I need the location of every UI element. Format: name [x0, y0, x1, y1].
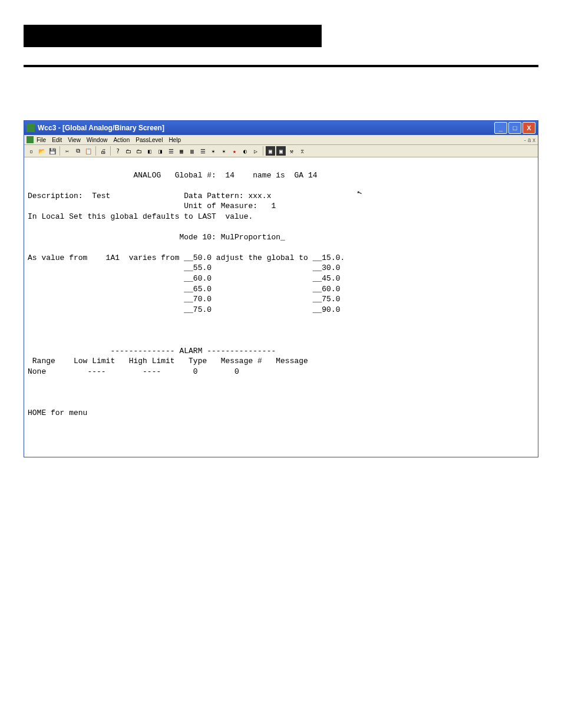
window-control-buttons: _ □ X — [493, 122, 535, 134]
window-titlebar: Wcc3 - [Global Analog/Binary Screen] _ □… — [24, 121, 538, 135]
menu-icon — [27, 136, 34, 143]
menu-view[interactable]: View — [68, 137, 81, 143]
copy-icon[interactable]: ⧉ — [73, 146, 82, 156]
unit-line: Unit of Measure: 1 — [28, 202, 276, 210]
print-icon[interactable]: 🖨 — [98, 146, 108, 156]
header-black-bar — [24, 25, 322, 47]
header-line: ANALOG Global #: 14 name is GA 14 — [28, 171, 317, 180]
star-icon[interactable]: ★ — [230, 146, 239, 156]
alarm-header: -------------- ALARM --------------- — [28, 347, 276, 355]
tool-a-icon[interactable]: ◧ — [145, 146, 154, 156]
alarm-row: None ---- ---- 0 0 — [28, 367, 239, 376]
screen1-icon[interactable]: ▣ — [266, 146, 275, 156]
minimize-button[interactable]: _ — [494, 122, 507, 134]
mdi-controls[interactable]: - a x — [524, 137, 535, 143]
menu-edit[interactable]: Edit — [52, 137, 62, 143]
window-title: Wcc3 - [Global Analog/Binary Screen] — [38, 124, 493, 132]
menu-action[interactable]: Action — [113, 137, 130, 143]
app-icon — [27, 124, 35, 132]
local-set-line: In Local Set this global defaults to LAS… — [28, 212, 253, 221]
tool-j-icon[interactable]: ▷ — [251, 146, 260, 156]
menu-passlevel[interactable]: PassLevel — [135, 137, 163, 143]
folder2-icon[interactable]: 🗀 — [134, 146, 144, 156]
folder-icon[interactable]: 🗀 — [124, 146, 133, 156]
tool-c-icon[interactable]: ☰ — [166, 146, 176, 156]
body-line-3: __60.0 __45.0 — [28, 274, 340, 283]
body-line-5: __70.0 __75.0 — [28, 295, 340, 304]
tool-k-icon[interactable]: ⚒ — [287, 146, 296, 156]
maximize-button[interactable]: □ — [508, 122, 521, 134]
tool-l-icon[interactable]: ⌆ — [297, 146, 307, 156]
cursor-icon: ↖ — [355, 186, 363, 199]
menu-help[interactable]: Help — [168, 137, 181, 143]
tool-f-icon[interactable]: ☰ — [198, 146, 207, 156]
open-icon[interactable]: 📂 — [37, 146, 47, 156]
terminal-content: ANALOG Global #: 14 name is GA 14 Descri… — [24, 157, 538, 457]
tool-h-icon[interactable]: ✶ — [219, 146, 229, 156]
tool-i-icon[interactable]: ◐ — [240, 146, 250, 156]
description-line: Description: Test Data Pattern: xxx.x — [28, 192, 271, 200]
body-line-4: __65.0 __60.0 — [28, 285, 340, 294]
application-window: Wcc3 - [Global Analog/Binary Screen] _ □… — [24, 120, 538, 457]
tool-b-icon[interactable]: ◨ — [156, 146, 165, 156]
screen2-icon[interactable]: ▣ — [276, 146, 286, 156]
help-icon[interactable]: ? — [113, 146, 123, 156]
close-button[interactable]: X — [523, 122, 535, 134]
cut-icon[interactable]: ✂ — [62, 146, 72, 156]
body-line-6: __75.0 __90.0 — [28, 305, 340, 314]
menubar: File Edit View Window Action PassLevel H… — [24, 135, 538, 145]
tool-d-icon[interactable]: ▦ — [177, 146, 186, 156]
new-icon[interactable]: ▫ — [27, 146, 36, 156]
tool-e-icon[interactable]: ▥ — [187, 146, 197, 156]
menu-file[interactable]: File — [37, 137, 46, 143]
tool-g-icon[interactable]: ✶ — [209, 146, 218, 156]
alarm-columns: Range Low Limit High Limit Type Message … — [28, 357, 308, 365]
menu-window[interactable]: Window — [87, 137, 108, 143]
toolbar: ▫ 📂 💾 ✂ ⧉ 📋 🖨 ? 🗀 🗀 ◧ ◨ ☰ ▦ ▥ ☰ ✶ ✶ ★ ◐ … — [24, 145, 538, 157]
horizontal-rule — [24, 65, 538, 67]
body-line-2: __55.0 __30.0 — [28, 263, 340, 272]
paste-icon[interactable]: 📋 — [84, 146, 93, 156]
save-icon[interactable]: 💾 — [48, 146, 57, 156]
footer-line: HOME for menu — [28, 409, 87, 417]
body-line-1: As value from 1A1 varies from __50.0 adj… — [28, 253, 345, 262]
mode-line: Mode 10: MulProportion_ — [28, 233, 285, 242]
